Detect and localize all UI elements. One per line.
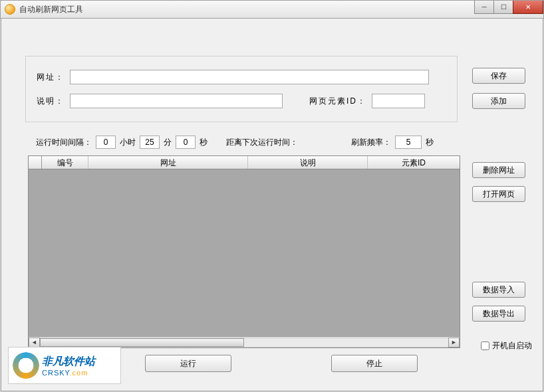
right-column-low: 数据导入 数据导出 — [472, 282, 532, 322]
seconds-unit: 秒 — [200, 137, 207, 148]
titlebar: 自动刷新网页工具 ─ ☐ ✕ — [0, 0, 544, 19]
window-controls: ─ ☐ ✕ — [475, 1, 543, 14]
url-input[interactable] — [70, 70, 429, 84]
table-body[interactable] — [29, 169, 460, 336]
minutes-input[interactable] — [140, 136, 160, 149]
scroll-thumb[interactable] — [40, 338, 244, 347]
freq-group: 刷新频率： 秒 — [351, 136, 434, 149]
right-column-mid: 删除网址 打开网页 — [472, 162, 532, 202]
add-button[interactable]: 添加 — [472, 93, 525, 109]
interval-label: 运行时间间隔： — [36, 137, 92, 148]
freq-input[interactable] — [395, 136, 422, 149]
logo-tld: .com — [69, 369, 88, 377]
logo-text-1: 非凡软件站 — [42, 355, 95, 369]
hours-input[interactable] — [96, 136, 116, 149]
window-title: 自动刷新网页工具 — [19, 4, 83, 15]
autostart-checkbox[interactable] — [481, 342, 489, 350]
logo-domain: CRSKY — [42, 369, 69, 377]
col-url[interactable]: 网址 — [88, 156, 248, 169]
col-number[interactable]: 编号 — [42, 156, 88, 169]
bottom-buttons: 运行 停止 — [145, 355, 418, 372]
export-button[interactable]: 数据导出 — [472, 306, 525, 322]
desc-input[interactable] — [70, 94, 283, 108]
url-group: 网址： 说明： 网页元素ID： — [25, 56, 458, 122]
open-page-button[interactable]: 打开网页 — [472, 186, 525, 202]
client-area: 网址： 说明： 网页元素ID： 保存 添加 运行时间间隔： 小时 分 秒 距 — [1, 19, 543, 391]
scroll-left-icon[interactable]: ◄ — [29, 338, 40, 347]
element-id-label: 网页元素ID： — [309, 96, 366, 107]
freq-label: 刷新频率： — [351, 137, 391, 148]
row-header-blank — [29, 156, 42, 169]
maximize-button[interactable]: ☐ — [493, 1, 513, 14]
next-run-label: 距离下次运行时间： — [226, 137, 298, 148]
col-element-id[interactable]: 元素ID — [368, 156, 460, 169]
scroll-right-icon[interactable]: ► — [448, 338, 460, 347]
logo-swirl-icon — [13, 352, 39, 379]
interval-row: 运行时间间隔： 小时 分 秒 — [36, 136, 207, 149]
seconds-input[interactable] — [176, 136, 196, 149]
element-id-input[interactable] — [372, 94, 425, 108]
import-button[interactable]: 数据导入 — [472, 282, 525, 298]
watermark-logo: 非凡软件站 CRSKY.com — [8, 347, 121, 384]
col-desc[interactable]: 说明 — [248, 156, 368, 169]
url-label: 网址： — [37, 72, 65, 83]
stop-button[interactable]: 停止 — [331, 355, 418, 372]
right-column-top: 保存 添加 — [472, 68, 532, 109]
run-button[interactable]: 运行 — [145, 355, 231, 372]
main-panel: 网址： 说明： 网页元素ID： 保存 添加 运行时间间隔： 小时 分 秒 距 — [12, 29, 532, 380]
delete-url-button[interactable]: 删除网址 — [472, 162, 525, 178]
app-icon — [5, 4, 15, 15]
freq-unit: 秒 — [426, 137, 434, 148]
scroll-track[interactable] — [40, 338, 448, 347]
close-button[interactable]: ✕ — [513, 1, 543, 14]
save-button[interactable]: 保存 — [472, 68, 525, 84]
autostart-label: 开机自启动 — [492, 340, 532, 351]
minutes-unit: 分 — [164, 137, 172, 148]
table-header: 编号 网址 说明 元素ID — [29, 156, 460, 169]
minimize-button[interactable]: ─ — [474, 1, 494, 14]
horizontal-scrollbar[interactable]: ◄ ► — [29, 336, 460, 347]
autostart-row: 开机自启动 — [481, 340, 532, 351]
url-table: 编号 网址 说明 元素ID ◄ ► — [28, 155, 460, 348]
logo-text-2: CRSKY.com — [42, 369, 95, 377]
desc-label: 说明： — [37, 96, 65, 107]
hours-unit: 小时 — [120, 137, 136, 148]
